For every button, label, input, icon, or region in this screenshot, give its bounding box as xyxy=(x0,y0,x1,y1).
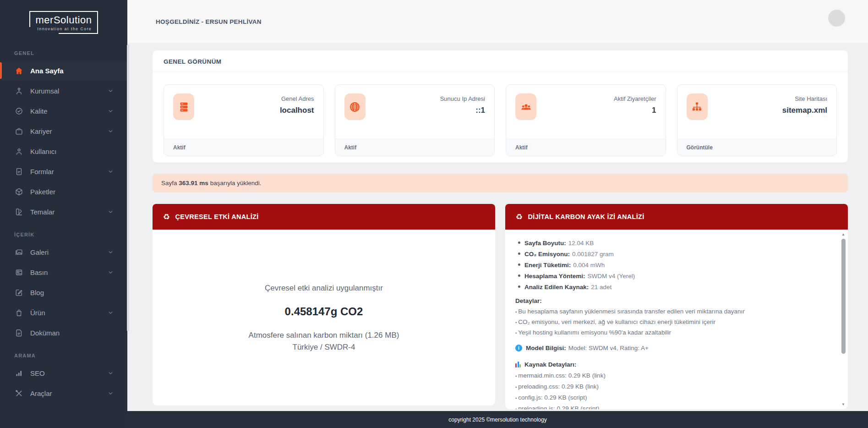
sidebar-item-label: Formlar xyxy=(30,168,54,176)
footer: copyright 2025 ©mersolution technology xyxy=(127,411,868,428)
badge-check-icon xyxy=(14,106,23,115)
content-scrollbar[interactable] xyxy=(127,44,129,331)
organization-icon xyxy=(14,86,23,95)
sidebar-item-label: Ürün xyxy=(30,309,45,317)
model-info-value: Model: SWDM v4, Rating: A+ xyxy=(568,345,649,351)
sidebar-item-urun[interactable]: Ürün xyxy=(0,302,127,323)
resource-line: config.js: 0.29 KB (script) xyxy=(515,394,830,401)
stat-label: Aktif Ziyaretçiler xyxy=(614,95,656,102)
copyright-text: copyright 2025 ©mersolution technology xyxy=(448,417,546,423)
environmental-panel: ♻ ÇEVRESEL ETKİ ANALİZİ Çevresel etki an… xyxy=(153,204,495,409)
edit-pencil-icon xyxy=(14,288,23,297)
brand-logo: merSolution Innovation at the Core xyxy=(0,0,127,40)
details-title: Detaylar: xyxy=(515,297,830,304)
chevron-down-icon xyxy=(108,88,114,94)
theme-swatch-icon xyxy=(14,207,23,216)
sidebar-item-paketler[interactable]: Paketler xyxy=(0,181,127,202)
notification-suffix: başarıyla yüklendi. xyxy=(210,180,262,187)
shopping-bag-icon xyxy=(14,308,23,317)
recycle-icon: ♻ xyxy=(163,212,170,222)
sidebar-item-seo[interactable]: SEO xyxy=(0,363,127,383)
sidebar-item-label: Kariyer xyxy=(30,127,52,135)
stat-label: Genel Adres xyxy=(280,95,314,102)
chevron-down-icon xyxy=(108,370,114,376)
avatar-button[interactable] xyxy=(828,10,845,27)
sidebar-item-label: Blog xyxy=(30,289,44,296)
carbon-stat: CO₂ Emisyonu:0.001827 gram xyxy=(515,251,830,258)
sidebar-item-label: Temalar xyxy=(30,208,55,216)
panels-row: ♻ ÇEVRESEL ETKİ ANALİZİ Çevresel etki an… xyxy=(153,204,848,409)
chevron-down-icon xyxy=(108,269,114,275)
users-icon xyxy=(515,93,536,120)
overview-card: GENEL GÖRÜNÜM Genel Adres localhost Akti… xyxy=(153,50,848,163)
model-info-row: i Model Bilgisi: Model: SWDM v4, Rating:… xyxy=(515,345,830,351)
sidebar-item-label: Kullanıcı xyxy=(30,148,57,155)
stat-label: Sunucu Ip Adresi xyxy=(440,95,485,102)
sidebar-item-kalite[interactable]: Kalite xyxy=(0,101,127,121)
stat-footer-link[interactable]: Aktif xyxy=(164,139,323,156)
notification-prefix: Sayfa xyxy=(161,180,177,187)
welcome-title: HOŞGELDİNİZ - ERSUN PEHLİVAN xyxy=(156,18,262,25)
chevron-down-icon xyxy=(108,108,114,114)
stat-card-aktif-ziyaretciler: Aktif Ziyaretçiler 1 Aktif xyxy=(506,84,666,156)
carbon-stat: Enerji Tüketimi:0.004 mWh xyxy=(515,262,830,269)
co2-amount: 0.458147g CO2 xyxy=(285,305,363,318)
bar-chart-icon xyxy=(14,368,23,378)
chevron-down-icon xyxy=(108,209,114,215)
stat-value: localhost xyxy=(280,106,314,115)
environmental-panel-header: ♻ ÇEVRESEL ETKİ ANALİZİ xyxy=(153,204,495,230)
sidebar-item-galeri[interactable]: Galeri xyxy=(0,242,127,262)
sidebar-item-blog[interactable]: Blog xyxy=(0,282,127,302)
sidebar-item-formlar[interactable]: Formlar xyxy=(0,161,127,181)
stat-grid: Genel Adres localhost Aktif Sunucu Ip Ad… xyxy=(153,72,848,163)
brand-logo-tagline: Innovation at the Core xyxy=(36,27,92,31)
scrollbar-thumb[interactable] xyxy=(841,239,846,354)
carbon-stat: Sayfa Boyutu:12.04 KB xyxy=(515,240,830,247)
sidebar-item-kurumsal[interactable]: Kurumsal xyxy=(0,81,127,101)
stat-footer-link[interactable]: Aktif xyxy=(335,139,495,156)
panel-scrollbar[interactable]: ▲ ▼ xyxy=(841,232,846,406)
detail-line: CO₂ emisyonu, veri merkezi, ağ ve kullan… xyxy=(515,318,830,325)
sidebar-item-dokuman[interactable]: Doküman xyxy=(0,323,127,343)
form-document-icon xyxy=(14,167,23,176)
newspaper-icon xyxy=(14,268,23,277)
resource-line: preloading.js: 0.29 KB (script) xyxy=(515,405,830,409)
scroll-up-arrow-icon[interactable]: ▲ xyxy=(841,232,846,236)
content: GENEL GÖRÜNÜM Genel Adres localhost Akti… xyxy=(127,43,868,428)
sidebar-item-kullanici[interactable]: Kullanıcı xyxy=(0,141,127,161)
sidebar-item-basin[interactable]: Basın xyxy=(0,262,127,282)
brand-logo-text: merSolution xyxy=(36,14,92,26)
sidebar-item-ana-sayfa[interactable]: Ana Sayfa xyxy=(0,60,127,81)
stat-card-site-haritasi: Site Haritası sitemap.xml Görüntüle xyxy=(677,84,837,156)
package-icon xyxy=(14,187,23,196)
sidebar-item-label: Kalite xyxy=(30,107,48,115)
stat-footer-link[interactable]: Görüntüle xyxy=(677,139,837,156)
sidebar-section-genel: GENEL xyxy=(0,40,127,60)
stat-value: sitemap.xml xyxy=(782,106,827,115)
sidebar-item-label: Galeri xyxy=(30,248,49,256)
resource-line: preloading.css: 0.29 KB (link) xyxy=(515,383,830,390)
briefcase-icon xyxy=(14,126,23,136)
mini-bar-chart-icon xyxy=(515,362,521,368)
sidebar-item-araclar[interactable]: Araçlar xyxy=(0,383,127,403)
carbon-stat: Hesaplama Yöntemi:SWDM v4 (Yerel) xyxy=(515,273,830,280)
carbon-panel-header: ♻ DİJİTAL KARBON AYAK İZİ ANALİZİ xyxy=(505,204,848,230)
main-area: HOŞGELDİNİZ - ERSUN PEHLİVAN GENEL GÖRÜN… xyxy=(127,0,868,428)
sidebar-section-icerik: İÇERİK xyxy=(0,222,127,242)
stat-label: Site Haritası xyxy=(782,95,827,102)
sidebar-item-label: Kurumsal xyxy=(30,87,59,95)
stat-value: ::1 xyxy=(440,106,485,115)
sidebar-item-temalar[interactable]: Temalar xyxy=(0,202,127,222)
page-load-notification: Sayfa 363.91 ms başarıyla yüklendi. xyxy=(153,174,848,192)
detail-line: Bu hesaplama sayfanın yüklenmesi sırasın… xyxy=(515,308,830,315)
sidebar-item-kariyer[interactable]: Kariyer xyxy=(0,121,127,141)
sidebar-item-label: Ana Sayfa xyxy=(30,67,64,75)
scroll-down-arrow-icon[interactable]: ▼ xyxy=(841,402,846,406)
sidebar-item-label: Doküman xyxy=(30,329,60,337)
user-icon xyxy=(14,147,23,156)
stat-footer-link[interactable]: Aktif xyxy=(506,139,666,156)
chevron-down-icon xyxy=(108,249,114,255)
detail-line: Yeşil hosting kullanımı emisyonu %90'a k… xyxy=(515,329,830,336)
stat-card-genel-adres: Genel Adres localhost Aktif xyxy=(164,84,324,156)
sitemap-icon xyxy=(687,93,708,120)
